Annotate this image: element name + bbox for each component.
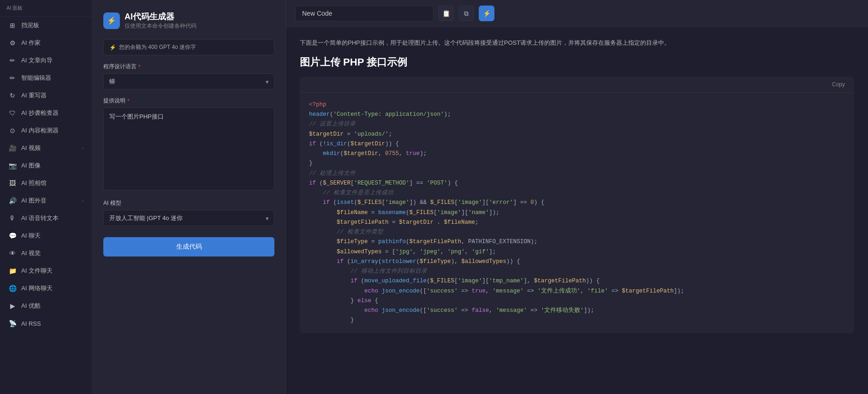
sidebar-item-ai-speech[interactable]: 🎙 AI 语音转文本 — [2, 210, 90, 227]
sidebar-item-label: AI 文章向导 — [21, 56, 53, 65]
sidebar-item-ai-writer[interactable]: ⚙ AI 作家 — [2, 35, 90, 51]
chevron-right-icon: › — [82, 198, 83, 203]
output-panel: 📋 ⧉ ⚡ 下面是一个简单的PHP接口示例，用于处理图片上传。这个代码段将接受通… — [286, 0, 868, 394]
duplicate-icon: ⧉ — [464, 10, 469, 18]
panel-icon: ⚡ — [103, 12, 120, 29]
sidebar-item-ai-photo[interactable]: 🖼 AI 照相馆 — [2, 175, 90, 191]
model-select-wrapper: 开放人工智能 |GPT 4o 迷你 — [103, 210, 274, 226]
tab-name-input[interactable] — [295, 6, 434, 21]
model-label: AI 模型 — [103, 199, 274, 207]
content-icon: ⊙ — [8, 126, 17, 135]
file-icon: 📁 — [8, 267, 17, 275]
sidebar: AI 面板 ⊞ 挡泥板 ⚙ AI 作家 ✏ AI 文章向导 ✏ 智能编辑器 ↻ … — [0, 0, 92, 394]
lang-label: 程序设计语言 * — [103, 63, 274, 71]
copy-code-button[interactable]: Copy — [829, 80, 848, 89]
credits-badge: ⚡ 您的余额为 400 GPT 4o 迷你字 — [103, 39, 274, 55]
sidebar-item-label: AI 文件聊天 — [21, 267, 53, 275]
output-title: 图片上传 PHP 接口示例 — [300, 55, 854, 69]
required-marker: * — [138, 64, 141, 70]
sidebar-header: AI 面板 — [0, 0, 92, 17]
video-icon: 🎥 — [8, 144, 17, 152]
audio-icon: 🔊 — [8, 197, 17, 205]
sidebar-item-label: AI 作家 — [21, 39, 41, 47]
sidebar-item-label: 智能编辑器 — [21, 74, 51, 82]
copy-header-button[interactable]: 📋 — [438, 6, 454, 21]
action-button[interactable]: ⚡ — [479, 6, 494, 21]
duplicate-button[interactable]: ⧉ — [458, 6, 474, 21]
lang-select-wrapper: 蟒 — [103, 73, 274, 90]
generate-button[interactable]: 生成代码 — [103, 237, 274, 257]
smart-editor-icon: ✏ — [8, 74, 17, 82]
lightning-icon: ⚡ — [109, 44, 116, 51]
sidebar-item-label: AI 聊天 — [21, 232, 41, 240]
code-content: <?php header('Content-Type: application/… — [300, 93, 854, 333]
web-chat-icon: 🌐 — [8, 284, 17, 293]
awesome-icon: ▶ — [8, 302, 17, 310]
lang-select[interactable]: 蟒 — [103, 73, 274, 90]
sidebar-item-smart-editor[interactable]: ✏ 智能编辑器 — [2, 70, 90, 86]
dashboard-icon: ⊞ — [8, 21, 17, 30]
image-icon: 📷 — [8, 161, 17, 170]
ai-writer-icon: ⚙ — [8, 39, 17, 47]
photo-icon: 🖼 — [8, 179, 17, 187]
sidebar-item-ai-content[interactable]: ⊙ AI 内容检测器 — [2, 122, 90, 139]
sidebar-item-label: AI 重写器 — [21, 91, 47, 100]
sidebar-item-label: AI 视频 — [21, 144, 41, 152]
sidebar-item-ai-video[interactable]: 🎥 AI 视频 › — [2, 140, 90, 156]
speech-icon: 🎙 — [8, 214, 17, 222]
sidebar-item-ai-vision[interactable]: 👁 AI 视觉 — [2, 245, 90, 262]
prompt-field-group: 提供说明 * 写一个图片PHP接口 — [103, 97, 274, 192]
plagiarism-icon: 🛡 — [8, 109, 17, 117]
sidebar-item-label: AI 网络聊天 — [21, 284, 53, 293]
sidebar-item-ai-rewriter[interactable]: ↻ AI 重写器 — [2, 87, 90, 104]
sidebar-item-label: AI 内容检测器 — [21, 126, 59, 135]
sidebar-item-label: AI 照相馆 — [21, 179, 47, 187]
output-content: 下面是一个简单的PHP接口示例，用于处理图片上传。这个代码段将接受通过POST请… — [286, 27, 868, 394]
vision-icon: 👁 — [8, 249, 17, 257]
sidebar-item-label: AI 抄袭检查器 — [21, 109, 59, 117]
sidebar-item-ai-web-chat[interactable]: 🌐 AI 网络聊天 — [2, 280, 90, 297]
panel-title: AI代码生成器 — [125, 11, 196, 22]
ai-article-icon: ✏ — [8, 56, 17, 65]
chevron-right-icon: › — [82, 146, 83, 151]
panel-subtitle: 仅使用文本命令创建各种代码 — [125, 22, 196, 30]
sidebar-item-label: AI 视觉 — [21, 249, 41, 257]
lang-field-group: 程序设计语言 * 蟒 — [103, 63, 274, 90]
model-select[interactable]: 开放人工智能 |GPT 4o 迷你 — [103, 210, 274, 226]
sidebar-item-label: AI 图像 — [21, 161, 41, 170]
output-description: 下面是一个简单的PHP接口示例，用于处理图片上传。这个代码段将接受通过POST请… — [300, 38, 854, 48]
sidebar-item-label: 挡泥板 — [21, 21, 39, 30]
panel-header: ⚡ AI代码生成器 仅使用文本命令创建各种代码 — [103, 11, 274, 30]
prompt-label: 提供说明 * — [103, 97, 274, 105]
sidebar-item-dashboard[interactable]: ⊞ 挡泥板 — [2, 17, 90, 34]
sidebar-item-label: AI 图外音 — [21, 197, 47, 205]
model-field-group: AI 模型 开放人工智能 |GPT 4o 迷你 — [103, 199, 274, 226]
sidebar-item-ai-article[interactable]: ✏ AI 文章向导 — [2, 52, 90, 69]
copy-icon: 📋 — [442, 10, 450, 17]
output-header: 📋 ⧉ ⚡ — [286, 0, 868, 27]
sidebar-item-ai-awesome[interactable]: ▶ AI 优酷 — [2, 298, 90, 314]
prompt-textarea[interactable]: 写一个图片PHP接口 — [103, 107, 274, 191]
code-block-header: Copy — [300, 77, 854, 93]
form-panel: ⚡ AI代码生成器 仅使用文本命令创建各种代码 ⚡ 您的余额为 400 GPT … — [92, 0, 286, 394]
sidebar-item-ai-rss[interactable]: 📡 AI RSS — [2, 315, 90, 332]
sidebar-item-ai-image[interactable]: 📷 AI 图像 — [2, 157, 90, 174]
code-block: Copy <?php header('Content-Type: applica… — [300, 77, 854, 333]
sidebar-item-label: AI 语音转文本 — [21, 214, 59, 222]
rss-icon: 📡 — [8, 319, 17, 328]
sidebar-item-label: AI 优酷 — [21, 302, 41, 310]
sidebar-item-label: AI RSS — [21, 320, 41, 327]
rewriter-icon: ↻ — [8, 91, 17, 100]
required-marker: * — [127, 98, 130, 104]
credits-text: 您的余额为 400 GPT 4o 迷你字 — [119, 43, 196, 51]
action-icon: ⚡ — [483, 10, 491, 17]
main-content: ⚡ AI代码生成器 仅使用文本命令创建各种代码 ⚡ 您的余额为 400 GPT … — [92, 0, 868, 394]
sidebar-item-ai-plagiarism[interactable]: 🛡 AI 抄袭检查器 — [2, 105, 90, 121]
sidebar-item-ai-chat[interactable]: 💬 AI 聊天 — [2, 227, 90, 244]
sidebar-item-ai-file[interactable]: 📁 AI 文件聊天 — [2, 263, 90, 279]
sidebar-item-ai-audio[interactable]: 🔊 AI 图外音 › — [2, 192, 90, 209]
chat-icon: 💬 — [8, 232, 17, 240]
